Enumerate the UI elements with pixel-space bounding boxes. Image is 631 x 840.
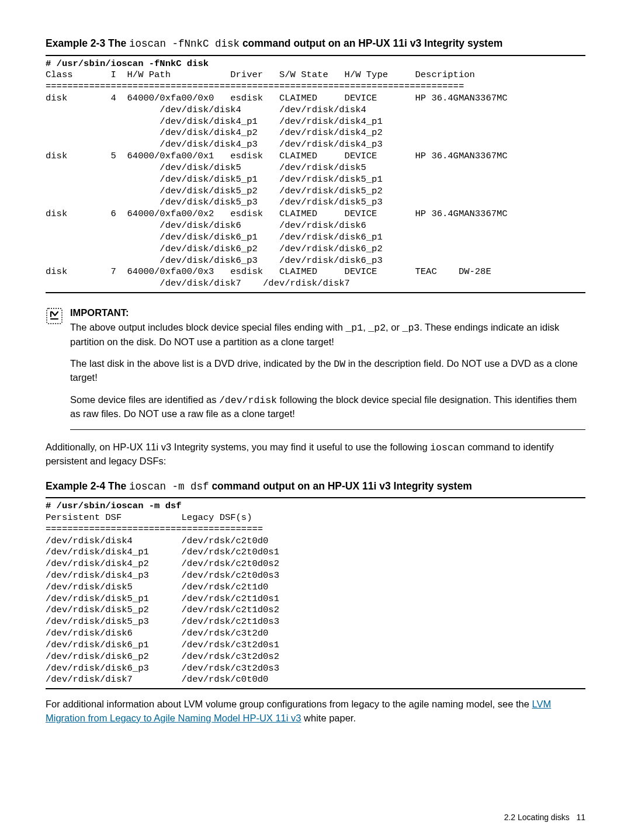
output-line: /dev/rdisk/disk4_p2 /dev/rdsk/c2t0d0s2 — [46, 558, 279, 569]
header-row: Class I H/W Path Driver S/W State H/W Ty… — [46, 70, 475, 80]
important-paragraph-1: The above output includes block device s… — [70, 321, 585, 349]
output-line: /dev/rdisk/disk4_p3 /dev/rdsk/c2t0d0s3 — [46, 570, 279, 581]
footer-section: 2.2 Locating disks — [504, 813, 570, 822]
output-line: disk 6 64000/0xfa00/0x2 esdisk CLAIMED D… — [46, 209, 508, 219]
output-line: /dev/disk/disk6_p2 /dev/rdisk/disk6_p2 — [46, 244, 383, 254]
output-line: /dev/disk/disk6_p3 /dev/rdisk/disk6_p3 — [46, 255, 383, 266]
example-2-3-suffix: command output on an HP-UX 11i v3 Integr… — [240, 37, 502, 49]
output-line: disk 4 64000/0xfa00/0x0 esdisk CLAIMED D… — [46, 93, 508, 103]
example-2-4-suffix: command output on an HP-UX 11i v3 Integr… — [209, 480, 472, 492]
output-line: /dev/rdisk/disk6_p3 /dev/rdsk/c3t2d0s3 — [46, 663, 279, 674]
output-line: /dev/disk/disk5_p2 /dev/rdisk/disk5_p2 — [46, 186, 383, 196]
final-paragraph: For additional information about LVM vol… — [46, 697, 585, 725]
output-line: /dev/disk/disk4_p3 /dev/rdisk/disk4_p3 — [46, 139, 383, 150]
output-line: /dev/rdisk/disk5_p1 /dev/rdsk/c2t1d0s1 — [46, 593, 279, 604]
important-icon — [46, 307, 63, 328]
example-2-3-cmd: ioscan -fNnkC disk — [129, 38, 240, 50]
output-line: /dev/rdisk/disk6_p1 /dev/rdsk/c3t2d0s1 — [46, 640, 279, 650]
cmd-line: # /usr/sbin/ioscan -m dsf — [46, 501, 182, 511]
output-line: disk 5 64000/0xfa00/0x1 esdisk CLAIMED D… — [46, 151, 508, 161]
output-line: /dev/rdisk/disk4 /dev/rdsk/c2t0d0 — [46, 536, 268, 546]
separator: ========================================… — [46, 81, 464, 92]
output-line: /dev/rdisk/disk6_p2 /dev/rdsk/c3t2d0s2 — [46, 651, 279, 662]
rule — [46, 55, 585, 56]
header-row: Persistent DSF Legacy DSF(s) — [46, 512, 252, 523]
output-line: /dev/rdisk/disk5_p2 /dev/rdsk/c2t1d0s2 — [46, 605, 279, 615]
example-2-3-title: Example 2-3 The ioscan -fNnkC disk comma… — [46, 36, 585, 51]
output-line: /dev/rdisk/disk5 /dev/rdsk/c2t1d0 — [46, 582, 268, 592]
important-label: IMPORTANT: — [70, 306, 585, 320]
example-2-3-prefix: Example 2-3 The — [46, 37, 129, 49]
important-note: IMPORTANT: The above output includes blo… — [46, 306, 585, 432]
output-line: /dev/disk/disk5_p3 /dev/rdisk/disk5_p3 — [46, 197, 383, 207]
example-2-4-cmd: ioscan -m dsf — [129, 481, 209, 492]
output-line: /dev/rdisk/disk6 /dev/rdsk/c3t2d0 — [46, 628, 268, 638]
separator: ======================================== — [46, 524, 263, 534]
ioscan-disk-output: # /usr/sbin/ioscan -fNnkC disk Class I H… — [46, 58, 585, 290]
example-2-4-title: Example 2-4 The ioscan -m dsf command ou… — [46, 479, 585, 494]
cmd-line: # /usr/sbin/ioscan -fNnkC disk — [46, 58, 209, 69]
page-number: 11 — [576, 813, 585, 822]
ioscan-dsf-output: # /usr/sbin/ioscan -m dsf Persistent DSF… — [46, 501, 585, 686]
rule — [46, 292, 585, 293]
output-line: /dev/disk/disk4_p1 /dev/rdisk/disk4_p1 — [46, 116, 383, 127]
output-line: /dev/disk/disk4 /dev/rdisk/disk4 — [46, 105, 366, 115]
important-paragraph-3: Some device files are identified as /dev… — [70, 393, 585, 421]
example-2-4-prefix: Example 2-4 The — [46, 480, 129, 492]
output-line: /dev/disk/disk5 /dev/rdisk/disk5 — [46, 162, 366, 173]
rule — [46, 497, 585, 498]
output-line: /dev/disk/disk6_p1 /dev/rdisk/disk6_p1 — [46, 232, 383, 242]
output-line: /dev/disk/disk7 /dev/rdisk/disk7 — [46, 278, 350, 289]
svg-rect-0 — [47, 308, 62, 324]
page-footer: 2.2 Locating disks 11 — [504, 812, 585, 824]
rule — [70, 429, 585, 430]
output-line: /dev/disk/disk4_p2 /dev/rdisk/disk4_p2 — [46, 127, 383, 138]
output-line: disk 7 64000/0xfa00/0x3 esdisk CLAIMED D… — [46, 266, 491, 277]
output-line: /dev/rdisk/disk7 /dev/rdsk/c0t0d0 — [46, 674, 268, 685]
important-paragraph-2: The last disk in the above list is a DVD… — [70, 357, 585, 385]
output-line: /dev/rdisk/disk4_p1 /dev/rdsk/c2t0d0s1 — [46, 547, 279, 557]
output-line: /dev/disk/disk6 /dev/rdisk/disk6 — [46, 220, 366, 231]
output-line: /dev/disk/disk5_p1 /dev/rdisk/disk5_p1 — [46, 174, 383, 185]
rule — [46, 688, 585, 689]
body-paragraph: Additionally, on HP-UX 11i v3 Integrity … — [46, 440, 585, 468]
output-line: /dev/rdisk/disk5_p3 /dev/rdsk/c2t1d0s3 — [46, 616, 279, 627]
